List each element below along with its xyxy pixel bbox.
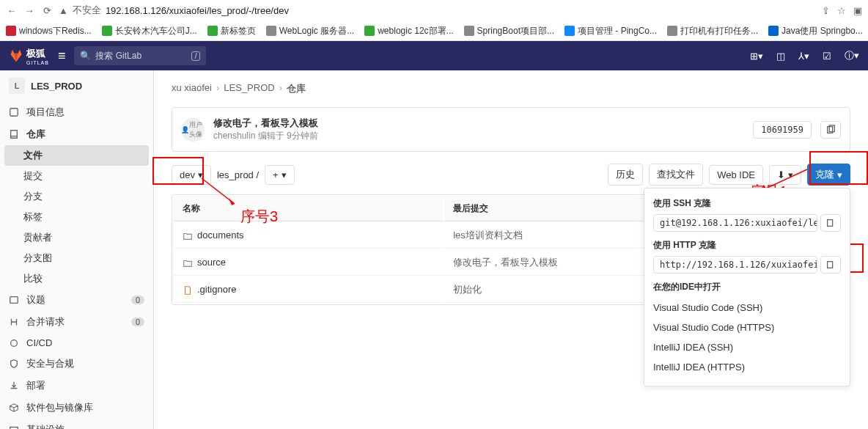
download-button[interactable]: ⬇ ▾ — [769, 165, 801, 185]
sidebar-item-compare[interactable]: 比较 — [0, 268, 153, 289]
chevron-down-icon: ▾ — [837, 169, 842, 180]
commit-title[interactable]: 修改电子，看板导入模板 — [213, 117, 744, 130]
find-file-button[interactable]: 查找文件 — [649, 164, 703, 186]
avatar: 👤用户头像 — [181, 118, 205, 142]
search-input[interactable]: 🔍 搜索 GitLab / — [74, 46, 206, 65]
open-ide-label: 在您的IDE中打开 — [653, 281, 841, 293]
latest-commit: 👤用户头像 修改电子，看板导入模板 chenshulin 编辑于 9分钟前 10… — [172, 107, 850, 152]
breadcrumb: xu xiaofei › LES_PROD › 仓库 — [172, 82, 850, 95]
chevron-down-icon: ▾ — [198, 169, 203, 180]
forward-icon[interactable]: → — [23, 4, 35, 16]
help-icon[interactable]: ⓘ▾ — [845, 49, 859, 62]
issues-icon[interactable]: ◫ — [776, 51, 785, 62]
bookmark-item[interactable]: 新标签页 — [207, 25, 256, 37]
sidebar-item-infra[interactable]: 基础设施 — [0, 419, 153, 429]
bookmark-item[interactable]: Java使用 Springbo... — [768, 25, 863, 37]
sidebar-item-graph[interactable]: 分支图 — [0, 248, 153, 268]
copy-http-button[interactable] — [820, 256, 841, 274]
plus-icon[interactable]: ⊞▾ — [750, 51, 763, 62]
ide-option[interactable]: Visual Studio Code (HTTPS) — [653, 318, 841, 337]
ide-option[interactable]: IntelliJ IDEA (HTTPS) — [653, 357, 841, 377]
sidebar-item-tags[interactable]: 标签 — [0, 207, 153, 227]
insecure-label: 不安全 — [73, 4, 101, 17]
chevron-down-icon: ▾ — [788, 169, 793, 180]
sidebar-item-info[interactable]: 项目信息 — [0, 101, 153, 123]
mr-badge: 0 — [131, 318, 144, 326]
reload-icon[interactable]: ⟳ — [41, 4, 53, 16]
shortcut-hint: / — [191, 51, 201, 61]
svg-rect-1 — [10, 297, 18, 304]
chevron-down-icon: ▾ — [282, 169, 287, 180]
sidebar-item-repo[interactable]: 仓库 — [0, 123, 153, 145]
issues-badge: 0 — [131, 296, 144, 304]
url-text: 192.168.1.126/xuxiaofei/les_prod/-/tree/… — [106, 5, 289, 16]
fox-icon — [9, 48, 23, 63]
project-title[interactable]: L LES_PROD — [0, 70, 153, 101]
search-icon: 🔍 — [80, 51, 91, 61]
clone-dropdown: 使用 SSH 克隆 git@192.168.1.126:xuxiaofei/le… — [644, 188, 850, 386]
bookmark-item[interactable]: weblogic 12c部署... — [364, 25, 453, 37]
gitlab-logo[interactable]: 极狐 GITLAB — [9, 47, 49, 65]
svg-rect-0 — [10, 109, 18, 117]
breadcrumb-user[interactable]: xu xiaofei — [172, 82, 212, 95]
ide-option[interactable]: IntelliJ IDEA (SSH) — [653, 337, 841, 357]
svg-rect-6 — [828, 220, 833, 227]
clone-button[interactable]: 克隆 ▾ — [807, 164, 850, 186]
sidebar-item-commits[interactable]: 提交 — [0, 166, 153, 186]
commit-sha[interactable]: 10691959 — [753, 121, 812, 139]
bookmark-item[interactable]: WebLogic 服务器... — [266, 25, 354, 37]
sidebar-item-contributors[interactable]: 贡献者 — [0, 227, 153, 248]
extension-icon[interactable]: ▣ — [853, 5, 862, 16]
sidebar-item-mr[interactable]: 合并请求0 — [0, 311, 153, 333]
commit-meta: chenshulin 编辑于 9分钟前 — [213, 130, 744, 142]
sidebar-item-packages[interactable]: 软件包与镜像库 — [0, 397, 153, 419]
mr-icon[interactable]: ⅄▾ — [798, 51, 809, 62]
sidebar-item-issues[interactable]: 议题0 — [0, 289, 153, 311]
http-url-input[interactable]: http://192.168.1.126/xuxiaofei/ — [653, 256, 817, 274]
copy-ssh-button[interactable] — [820, 214, 841, 232]
sidebar-item-files[interactable]: 文件 — [4, 145, 149, 166]
bookmark-item[interactable]: 打印机有打印任务... — [667, 25, 758, 37]
share-icon[interactable]: ⇪ — [822, 5, 830, 16]
path-breadcrumb[interactable]: les_prod / — [217, 169, 259, 180]
svg-rect-7 — [828, 262, 833, 268]
http-clone-label: 使用 HTTP 克隆 — [653, 239, 841, 252]
ide-option[interactable]: Visual Studio Code (SSH) — [653, 298, 841, 318]
branch-selector[interactable]: dev ▾ — [172, 165, 211, 185]
bookmark-item[interactable]: 项目管理 - PingCo... — [564, 25, 657, 37]
todo-icon[interactable]: ☑ — [823, 51, 831, 62]
url-bar[interactable]: ▲ 不安全 192.168.1.126/xuxiaofei/les_prod/-… — [59, 4, 816, 17]
breadcrumb-repo[interactable]: 仓库 — [287, 82, 306, 95]
bookmark-item[interactable]: SpringBoot项目部... — [464, 25, 554, 37]
svg-point-2 — [11, 340, 18, 346]
breadcrumb-project[interactable]: LES_PROD — [224, 82, 274, 95]
project-avatar: L — [9, 78, 25, 94]
bookmark-item[interactable]: windows下Redis... — [6, 25, 92, 37]
bookmark-item[interactable]: 长安铃木汽车公司J... — [102, 25, 197, 37]
copy-sha-button[interactable] — [820, 121, 841, 139]
sidebar-item-deploy[interactable]: 部署 — [0, 375, 153, 397]
sidebar-item-branches[interactable]: 分支 — [0, 186, 153, 207]
web-ide-button[interactable]: Web IDE — [709, 165, 763, 185]
star-icon[interactable]: ☆ — [837, 5, 846, 16]
insecure-icon: ▲ — [59, 5, 68, 16]
sidebar-item-security[interactable]: 安全与合规 — [0, 353, 153, 375]
menu-icon[interactable]: ≡ — [58, 48, 66, 64]
sidebar-item-cicd[interactable]: CI/CD — [0, 333, 153, 353]
col-name: 名称 — [174, 197, 443, 221]
back-icon[interactable]: ← — [6, 4, 18, 16]
history-button[interactable]: 历史 — [608, 164, 643, 186]
add-file-button[interactable]: + ▾ — [265, 165, 295, 185]
ssh-url-input[interactable]: git@192.168.1.126:xuxiaofei/les — [653, 214, 817, 232]
ssh-clone-label: 使用 SSH 克隆 — [653, 197, 841, 210]
